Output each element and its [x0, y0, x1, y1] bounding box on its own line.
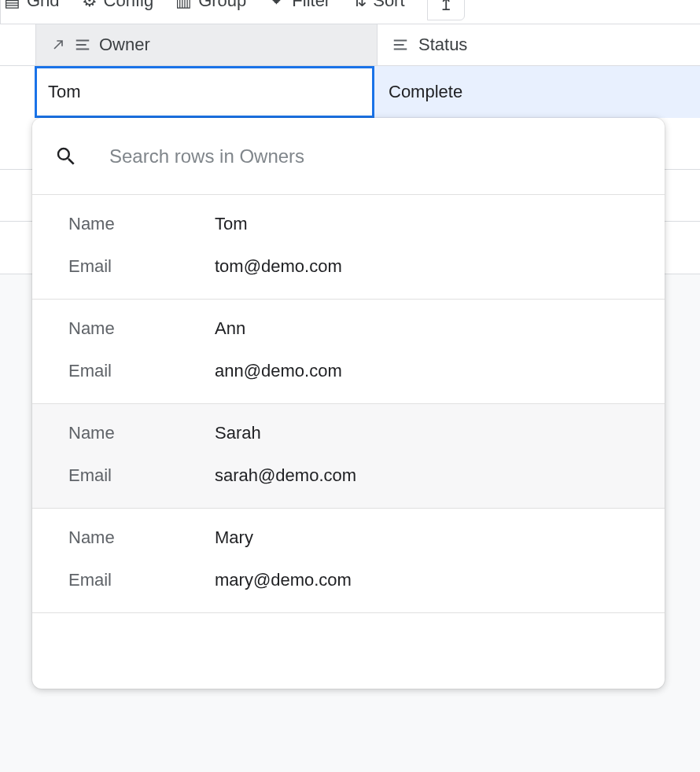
field-value-email: sarah@demo.com	[215, 465, 356, 486]
popup-footer-space	[32, 613, 665, 689]
toolbar-sort-label: Sort	[373, 0, 404, 11]
toolbar-filter[interactable]: ⏷ Filter	[268, 0, 330, 11]
field-label-name: Name	[68, 214, 215, 234]
table-row[interactable]: Tom Complete	[0, 66, 700, 118]
toolbar-grid[interactable]: ▤ Grid	[4, 0, 60, 11]
field-value-name: Mary	[215, 528, 253, 548]
toolbar-group-label: Group	[198, 0, 246, 11]
field-label-email: Email	[68, 570, 215, 590]
column-header-row: Owner Status	[0, 24, 700, 66]
toolbar-group[interactable]: ▥ Group	[175, 0, 246, 11]
field-label-name: Name	[68, 423, 215, 443]
cell-owner[interactable]: Tom	[35, 66, 374, 118]
toolbar-config-label: Config	[104, 0, 154, 11]
field-label-email: Email	[68, 256, 215, 277]
gear-icon: ⚙	[82, 0, 98, 11]
column-header-status-label: Status	[418, 35, 467, 55]
field-value-name: Tom	[215, 214, 248, 234]
column-header-status[interactable]: Status	[378, 24, 700, 65]
cell-status-value: Complete	[389, 82, 462, 102]
field-value-email: ann@demo.com	[215, 361, 342, 381]
reference-picker-popup: NameTomEmailtom@demo.comNameAnnEmailann@…	[32, 118, 665, 689]
field-value-email: tom@demo.com	[215, 256, 342, 277]
picker-option[interactable]: NameSarahEmailsarah@demo.com	[32, 404, 665, 509]
cell-owner-value: Tom	[48, 82, 81, 102]
search-icon	[54, 145, 78, 168]
search-row	[32, 118, 665, 195]
row-gutter	[0, 24, 36, 65]
field-label-email: Email	[68, 465, 215, 486]
search-input[interactable]	[108, 145, 643, 168]
toolbar-sort[interactable]: ⇅ Sort	[352, 0, 404, 11]
cell-status[interactable]: Complete	[374, 66, 700, 118]
picker-option[interactable]: NameTomEmailtom@demo.com	[32, 195, 665, 300]
toolbar: ▤ Grid ⚙ Config ▥ Group ⏷ Filter ⇅ Sort …	[0, 0, 700, 24]
toolbar-collapse[interactable]: ↥	[427, 0, 465, 20]
picker-option[interactable]: NameMaryEmailmary@demo.com	[32, 509, 665, 613]
text-list-icon	[392, 36, 409, 53]
toolbar-filter-label: Filter	[292, 0, 330, 11]
sort-icon: ⇅	[352, 0, 367, 11]
column-header-owner[interactable]: Owner	[36, 24, 378, 65]
text-list-icon	[74, 36, 91, 53]
toolbar-grid-label: Grid	[27, 0, 60, 11]
field-value-email: mary@demo.com	[215, 570, 352, 590]
toolbar-config[interactable]: ⚙ Config	[82, 0, 154, 11]
filter-icon: ⏷	[268, 0, 286, 11]
reference-icon	[50, 37, 66, 53]
field-label-email: Email	[68, 361, 215, 381]
column-header-owner-label: Owner	[99, 35, 150, 55]
group-icon: ▥	[175, 0, 192, 11]
arrow-up-icon: ↥	[439, 0, 453, 14]
field-value-name: Sarah	[215, 423, 261, 443]
field-value-name: Ann	[215, 318, 245, 339]
grid-icon: ▤	[4, 0, 20, 11]
field-label-name: Name	[68, 528, 215, 548]
picker-option[interactable]: NameAnnEmailann@demo.com	[32, 300, 665, 404]
row-gutter[interactable]	[0, 66, 36, 118]
field-label-name: Name	[68, 318, 215, 339]
